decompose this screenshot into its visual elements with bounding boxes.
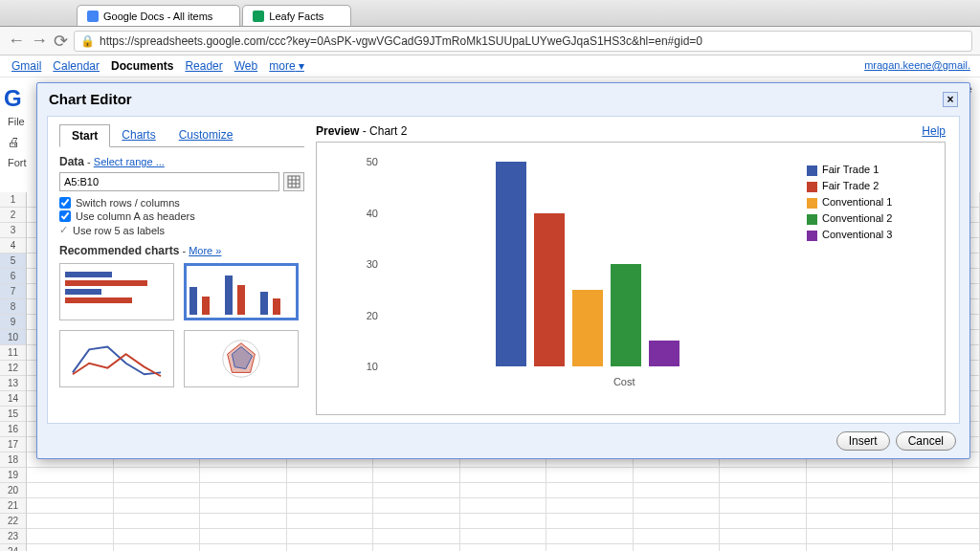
chart-editor-dialog: Chart Editor × Start Charts Customize Da… <box>36 82 970 459</box>
row-number[interactable]: 12 <box>0 361 26 376</box>
row-number[interactable]: 17 <box>0 437 26 452</box>
tab-customize[interactable]: Customize <box>167 124 245 146</box>
browser-tab[interactable]: Google Docs - All items <box>77 5 240 26</box>
print-icon[interactable]: 🖨 <box>0 131 34 153</box>
row-number[interactable]: 7 <box>0 284 26 299</box>
browser-tab-strip: Google Docs - All items Leafy Facts <box>0 0 980 27</box>
row-number[interactable]: 21 <box>0 498 26 514</box>
range-picker-icon[interactable] <box>283 172 304 191</box>
row-number[interactable]: 2 <box>0 208 26 223</box>
close-icon[interactable]: × <box>943 92 958 107</box>
select-range-link[interactable]: Select range ... <box>94 156 165 167</box>
gbar-link[interactable]: Web <box>234 59 257 73</box>
menu-format[interactable]: Fort <box>0 153 34 172</box>
recommended-charts-grid <box>59 263 304 387</box>
chart-preview: 1020304050CostFair Trade 1Fair Trade 2Co… <box>316 142 946 415</box>
reload-icon[interactable]: ⟳ <box>54 31 68 52</box>
data-section-header: Data - Select range ... <box>59 155 304 168</box>
legend-item: Fair Trade 1 <box>807 164 931 176</box>
recommended-header: Recommended charts - More » <box>59 244 304 257</box>
row-number[interactable]: 15 <box>0 407 26 422</box>
row-number[interactable]: 5 <box>0 253 26 269</box>
row-number[interactable]: 24 <box>0 544 26 551</box>
google-bar: Gmail Calendar Documents Reader Web more… <box>0 55 980 77</box>
row-number[interactable]: 3 <box>0 223 26 238</box>
rec-chart-bar[interactable] <box>184 263 299 320</box>
dialog-body: Start Charts Customize Data - Select ran… <box>47 116 960 424</box>
gbar-link[interactable]: Calendar <box>53 59 100 73</box>
rec-chart-line[interactable] <box>59 330 174 387</box>
google-logo-snip: G <box>4 85 33 112</box>
forward-icon[interactable]: → <box>31 31 48 51</box>
row-number[interactable]: 20 <box>0 483 26 498</box>
row-number[interactable]: 16 <box>0 422 26 437</box>
row-number[interactable]: 11 <box>0 345 26 361</box>
chart-bar <box>611 264 641 366</box>
row-number-gutter: 1234567891011121314151617181920212223242… <box>0 192 27 551</box>
rec-chart-radar[interactable] <box>184 330 299 387</box>
dialog-titlebar: Chart Editor × <box>37 83 969 115</box>
preview-header: Preview - Chart 2 Help <box>316 124 946 138</box>
data-label: Data <box>59 155 84 168</box>
favicon-sheets <box>253 11 264 22</box>
row-number[interactable]: 19 <box>0 468 26 483</box>
url-text: https://spreadsheets.google.com/ccc?key=… <box>100 34 702 48</box>
row-number[interactable]: 13 <box>0 376 26 391</box>
back-icon[interactable]: ← <box>8 31 25 51</box>
chart-bar <box>649 341 679 366</box>
chart-bar <box>534 213 565 367</box>
dialog-right-pane: Preview - Chart 2 Help 1020304050CostFai… <box>316 117 959 423</box>
chart-bar <box>496 162 526 366</box>
menu-file[interactable]: File <box>0 112 34 131</box>
lock-icon: 🔒 <box>80 34 95 48</box>
insert-button[interactable]: Insert <box>836 431 890 451</box>
range-input[interactable] <box>59 172 279 191</box>
chart-bar <box>572 290 603 366</box>
row-number[interactable]: 23 <box>0 529 26 544</box>
more-charts-link[interactable]: More » <box>189 245 221 256</box>
row-number[interactable]: 6 <box>0 269 26 284</box>
dialog-left-pane: Start Charts Customize Data - Select ran… <box>48 117 316 423</box>
tab-title: Google Docs - All items <box>103 11 212 22</box>
row-number[interactable]: 9 <box>0 315 26 330</box>
help-link[interactable]: Help <box>922 124 946 138</box>
range-row <box>59 172 304 191</box>
row-number[interactable]: 8 <box>0 299 26 315</box>
dialog-tabs: Start Charts Customize <box>59 124 304 147</box>
gbar-link[interactable]: more ▾ <box>269 59 304 73</box>
tab-start[interactable]: Start <box>59 124 110 147</box>
rec-chart-hbar[interactable] <box>59 263 174 320</box>
tab-title: Leafy Facts <box>269 11 323 22</box>
legend-item: Conventional 3 <box>807 229 931 241</box>
legend-item: Fair Trade 2 <box>807 180 931 192</box>
url-bar[interactable]: 🔒 https://spreadsheets.google.com/ccc?ke… <box>74 31 972 52</box>
row-number[interactable]: 10 <box>0 330 26 345</box>
dialog-title: Chart Editor <box>49 91 132 107</box>
dialog-footer: Insert Cancel <box>836 431 956 451</box>
svg-rect-0 <box>288 176 300 187</box>
legend-item: Conventional 1 <box>807 196 931 209</box>
checkbox-switch-rows[interactable]: Switch rows / columns <box>59 197 304 209</box>
gbar-link[interactable]: Gmail <box>11 59 41 73</box>
row-number[interactable]: 22 <box>0 514 26 529</box>
gbar-link[interactable]: Reader <box>185 59 222 73</box>
cancel-button[interactable]: Cancel <box>896 431 956 451</box>
row-number[interactable]: 18 <box>0 452 26 468</box>
tab-charts[interactable]: Charts <box>110 124 167 146</box>
row-number[interactable]: 14 <box>0 391 26 407</box>
menu-strip: File 🖨 Fort <box>0 112 34 172</box>
row-number[interactable]: 1 <box>0 192 26 208</box>
recommended-label: Recommended charts <box>59 244 179 257</box>
row-number[interactable]: 4 <box>0 238 26 253</box>
checkbox-col-a-headers[interactable]: Use column A as headers <box>59 210 304 222</box>
legend-item: Conventional 2 <box>807 212 931 225</box>
user-email[interactable]: mragan.keene@gmail. <box>864 59 970 71</box>
favicon-docs <box>87 11 99 22</box>
browser-tab[interactable]: Leafy Facts <box>242 5 351 26</box>
gbar-link[interactable]: Documents <box>111 59 173 73</box>
check-icon: ✓ <box>59 224 68 236</box>
browser-nav-bar: ← → ⟳ 🔒 https://spreadsheets.google.com/… <box>0 27 980 55</box>
checkbox-row5-labels[interactable]: ✓Use row 5 as labels <box>59 224 304 236</box>
